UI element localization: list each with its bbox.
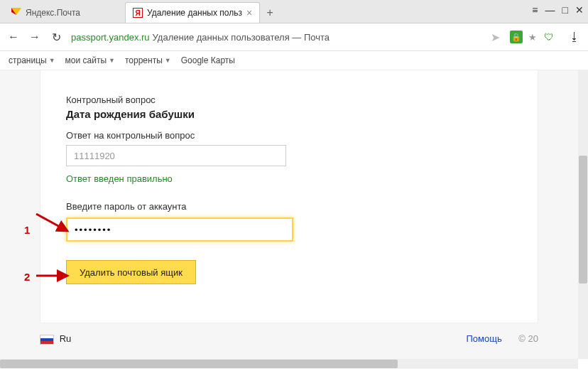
bookmark-torrents[interactable]: торренты▼ [125, 55, 171, 65]
delete-form-panel: Контрольный вопрос Дата рождения бабушки… [40, 70, 538, 301]
maximize-icon[interactable]: □ [562, 4, 568, 16]
close-window-icon[interactable]: ✕ [575, 4, 584, 16]
page-footer: Ru Помощь © 20 [40, 333, 538, 345]
security-question-text: Дата рождения бабушки [66, 108, 512, 120]
horizontal-scrollbar[interactable] [0, 359, 578, 369]
minimize-icon[interactable]: — [545, 4, 555, 16]
bookmark-mysites[interactable]: мои сайты▼ [65, 55, 115, 65]
menu-icon[interactable]: ≡ [532, 4, 538, 16]
bookmarks-bar: страницы▼ мои сайты▼ торренты▼ Google Ка… [0, 51, 588, 70]
security-question-label: Контрольный вопрос [66, 95, 512, 105]
favicon-yandex-icon: Я [133, 8, 143, 18]
tab-title: Яндекс.Почта [26, 8, 118, 18]
password-input[interactable] [66, 217, 293, 242]
forward-button[interactable]: → [28, 31, 41, 43]
bookmark-gmaps[interactable]: Google Карты [181, 55, 235, 65]
url-path: Удаление данных пользователя — Почта [153, 32, 330, 43]
delete-mailbox-button[interactable]: Удалить почтовый ящик [66, 260, 196, 284]
answer-input[interactable] [66, 145, 286, 166]
copyright-text: © 20 [518, 333, 538, 344]
tab-delete-account[interactable]: Я Удаление данных польз × [125, 2, 260, 23]
tab-yandex-mail[interactable]: Яндекс.Почта [4, 3, 125, 23]
help-link[interactable]: Помощь [467, 333, 502, 344]
favicon-mail-icon [11, 8, 21, 18]
tab-close-icon[interactable]: × [246, 7, 252, 18]
shield-icon[interactable]: 🛡 [543, 31, 555, 43]
lock-icon[interactable]: 🔒 [510, 31, 523, 43]
panel-footer-spacer [40, 301, 538, 323]
tab-title: Удаление данных польз [147, 8, 242, 18]
answer-label: Ответ на контрольный вопрос [66, 130, 512, 141]
page-viewport: Контрольный вопрос Дата рождения бабушки… [0, 70, 588, 369]
back-button[interactable]: ← [7, 31, 20, 43]
address-bar: ← → ↻ passport.yandex.ru Удаление данных… [0, 23, 588, 51]
vertical-scroll-thumb[interactable] [579, 156, 587, 284]
send-icon[interactable]: ➤ [489, 31, 501, 44]
new-tab-button[interactable]: + [260, 3, 280, 23]
window-controls: ≡ — □ ✕ [532, 4, 584, 16]
vertical-scrollbar[interactable] [578, 70, 588, 359]
horizontal-scroll-thumb[interactable] [0, 360, 398, 368]
password-label: Введите пароль от аккаунта [66, 201, 512, 212]
bookmark-star-icon[interactable]: ★ [528, 32, 537, 43]
url-domain: passport.yandex.ru [71, 32, 150, 43]
url-display[interactable]: passport.yandex.ru Удаление данных польз… [71, 32, 480, 43]
reload-button[interactable]: ↻ [50, 31, 62, 44]
bookmark-pages[interactable]: страницы▼ [9, 55, 55, 65]
language-switch[interactable]: Ru [40, 333, 71, 345]
answer-ok-message: Ответ введен правильно [66, 173, 512, 184]
flag-ru-icon [40, 335, 54, 345]
tab-bar: Яндекс.Почта Я Удаление данных польз × +… [0, 0, 588, 23]
download-icon[interactable]: ⭳ [568, 31, 581, 43]
